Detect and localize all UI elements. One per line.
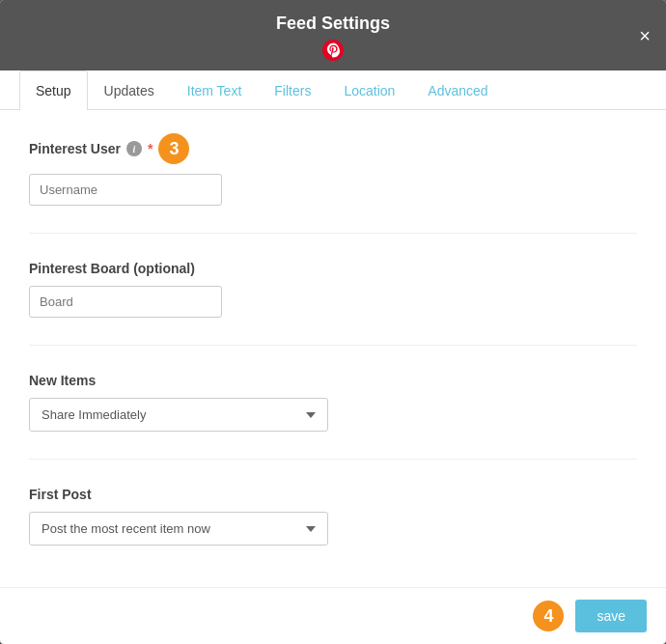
tab-location[interactable]: Location xyxy=(327,70,411,110)
divider-3 xyxy=(29,459,637,460)
pinterest-logo xyxy=(322,40,344,61)
tab-updates[interactable]: Updates xyxy=(88,70,171,110)
pinterest-board-section: Pinterest Board (optional) xyxy=(29,261,637,318)
divider-2 xyxy=(29,345,637,346)
modal-title: Feed Settings xyxy=(276,14,390,34)
board-input[interactable] xyxy=(29,286,222,318)
modal-footer: 4 save xyxy=(0,587,666,644)
tab-item-text[interactable]: Item Text xyxy=(171,70,259,110)
step-3-badge: 3 xyxy=(158,133,189,164)
new-items-section: New Items Share Immediately Add to Queue… xyxy=(29,373,637,432)
first-post-label-text: First Post xyxy=(29,487,92,502)
pinterest-user-label-text: Pinterest User xyxy=(29,141,121,156)
first-post-label: First Post xyxy=(29,487,637,502)
username-input[interactable] xyxy=(29,174,222,206)
tab-filters[interactable]: Filters xyxy=(258,70,327,110)
first-post-section: First Post Post the most recent item now… xyxy=(29,487,637,546)
new-items-label-text: New Items xyxy=(29,373,96,388)
close-button[interactable]: × xyxy=(639,26,651,45)
pinterest-board-label-text: Pinterest Board (optional) xyxy=(29,261,195,276)
modal-body: Pinterest User i * 3 Pinterest Board (op… xyxy=(0,110,666,587)
new-items-select[interactable]: Share Immediately Add to Queue Do Not Sh… xyxy=(29,398,328,432)
pinterest-user-section: Pinterest User i * 3 xyxy=(29,133,637,206)
pinterest-board-label: Pinterest Board (optional) xyxy=(29,261,637,276)
divider-1 xyxy=(29,233,637,234)
tab-advanced[interactable]: Advanced xyxy=(411,70,504,110)
pinterest-user-label: Pinterest User i * 3 xyxy=(29,133,637,164)
pinterest-icon-container xyxy=(322,34,344,61)
first-post-select[interactable]: Post the most recent item now Do not pos… xyxy=(29,512,328,546)
new-items-label: New Items xyxy=(29,373,637,388)
feed-settings-modal: Feed Settings × Setup Updates Item Text … xyxy=(0,0,666,644)
tabs-container: Setup Updates Item Text Filters Location… xyxy=(0,70,666,110)
modal-header: Feed Settings × xyxy=(0,0,666,70)
tab-setup[interactable]: Setup xyxy=(19,70,88,110)
save-button[interactable]: save xyxy=(575,600,647,632)
info-icon[interactable]: i xyxy=(126,141,142,156)
required-star: * xyxy=(148,141,153,156)
step-4-badge: 4 xyxy=(533,601,564,631)
